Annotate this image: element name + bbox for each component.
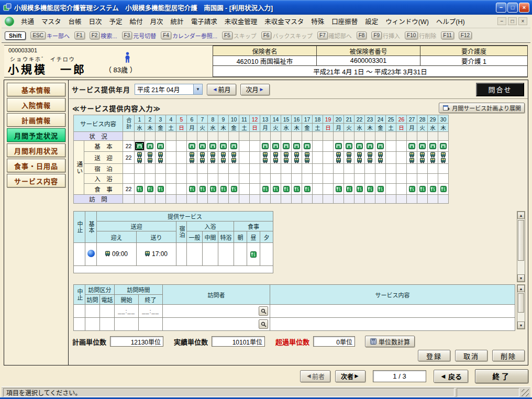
- calendar-day-cell[interactable]: [271, 164, 281, 174]
- calendar-day-cell[interactable]: [197, 164, 208, 174]
- calendar-day-cell[interactable]: [302, 132, 313, 141]
- calendar-day-cell[interactable]: [176, 164, 187, 174]
- calendar-day-cell[interactable]: [156, 141, 166, 152]
- calendar-day-cell[interactable]: [166, 184, 176, 195]
- calendar-day-cell[interactable]: [313, 174, 323, 184]
- calendar-day-cell[interactable]: [302, 152, 313, 164]
- calendar-day-cell[interactable]: [271, 132, 281, 141]
- calendar-day-cell[interactable]: [334, 164, 344, 174]
- cancel-button[interactable]: 取消: [455, 350, 487, 361]
- calendar-day-cell[interactable]: [386, 141, 396, 152]
- calendar-day-cell[interactable]: [323, 195, 334, 204]
- calendar-day-cell[interactable]: [135, 195, 145, 204]
- calendar-day-cell[interactable]: [260, 195, 271, 204]
- calendar-day-cell[interactable]: [313, 152, 323, 164]
- calendar-day-cell[interactable]: [375, 164, 386, 174]
- calendar-day-cell[interactable]: [250, 164, 260, 174]
- calendar-day-cell[interactable]: [334, 141, 344, 152]
- meal-morning-cell[interactable]: [234, 243, 247, 266]
- fkey-f1[interactable]: F1: [74, 31, 85, 39]
- calendar-day-cell[interactable]: [396, 164, 407, 174]
- calendar-day-cell[interactable]: [166, 174, 176, 184]
- calendar-day-cell[interactable]: [239, 164, 250, 174]
- calendar-day-cell[interactable]: [250, 141, 260, 152]
- calendar-day-cell[interactable]: [187, 152, 197, 164]
- menu-item[interactable]: 未収金マスタ: [261, 15, 307, 28]
- calendar-day-cell[interactable]: [145, 184, 156, 195]
- register-button[interactable]: 登録: [418, 350, 450, 361]
- fkey-f4[interactable]: F4カレンダー参照...: [161, 31, 217, 40]
- calendar-day-cell[interactable]: [344, 184, 354, 195]
- calendar-day-cell[interactable]: [386, 174, 396, 184]
- calendar-day-cell[interactable]: [218, 141, 229, 152]
- visit-end-field[interactable]: __:__: [139, 305, 163, 318]
- fkey-f2[interactable]: F2検索...: [90, 31, 117, 40]
- calendar-day-cell[interactable]: [166, 132, 176, 141]
- calendar-day-cell[interactable]: [197, 184, 208, 195]
- calendar-day-cell[interactable]: [187, 164, 197, 174]
- calendar-day-cell[interactable]: [354, 132, 365, 141]
- calendar-day-cell[interactable]: [145, 164, 156, 174]
- prev-month-button[interactable]: ◄ 前月: [207, 84, 236, 95]
- calendar-day-cell[interactable]: [302, 174, 313, 184]
- service-month-select[interactable]: 平成 21年 04月 ▼: [135, 84, 203, 95]
- calendar-day-cell[interactable]: [386, 184, 396, 195]
- calendar-day-cell[interactable]: [396, 184, 407, 195]
- calendar-day-cell[interactable]: [386, 164, 396, 174]
- menu-item[interactable]: 特殊: [307, 15, 328, 28]
- minimize-button[interactable]: −: [496, 3, 506, 13]
- calendar-day-cell[interactable]: [135, 184, 145, 195]
- calendar-day-cell[interactable]: [281, 152, 292, 164]
- mdi-minimize-button[interactable]: −: [497, 17, 506, 25]
- menu-item[interactable]: ヘルプ(H): [433, 15, 469, 28]
- visitor-field[interactable]: [163, 318, 270, 331]
- calendar-day-cell[interactable]: [375, 174, 386, 184]
- menu-item[interactable]: 予定: [106, 15, 126, 28]
- calendar-day-cell[interactable]: [250, 184, 260, 195]
- calendar-day-cell[interactable]: [229, 174, 239, 184]
- menu-item[interactable]: 統計: [167, 15, 187, 28]
- visit-cancel-cell[interactable]: [74, 318, 85, 331]
- visit-flag-cell[interactable]: [85, 305, 100, 318]
- calendar-day-cell[interactable]: [281, 141, 292, 152]
- calendar-day-cell[interactable]: [156, 152, 166, 164]
- calendar-day-cell[interactable]: [428, 174, 438, 184]
- calendar-day-cell[interactable]: [344, 132, 354, 141]
- calendar-day-cell[interactable]: [260, 164, 271, 174]
- calendar-day-cell[interactable]: [197, 174, 208, 184]
- calendar-day-cell[interactable]: [187, 174, 197, 184]
- calendar-day-cell[interactable]: [250, 174, 260, 184]
- calendar-day-cell[interactable]: [375, 132, 386, 141]
- visit-start-field[interactable]: __:__: [115, 305, 139, 318]
- calendar-day-cell[interactable]: [239, 174, 250, 184]
- pickup-cell[interactable]: 09:00: [97, 243, 137, 266]
- calendar-day-cell[interactable]: [145, 195, 156, 204]
- calendar-day-cell[interactable]: [156, 195, 166, 204]
- calc-units-button[interactable]: 単位数計算: [365, 336, 415, 347]
- calendar-day-cell[interactable]: [428, 141, 438, 152]
- calendar-day-cell[interactable]: [292, 132, 302, 141]
- menu-item[interactable]: 共通: [17, 15, 38, 28]
- visit-end-field[interactable]: [139, 318, 163, 331]
- menu-item[interactable]: 未収金管理: [221, 15, 261, 28]
- sidebar-item-基本情報[interactable]: 基本情報: [7, 83, 65, 96]
- calendar-day-cell[interactable]: [208, 174, 218, 184]
- delete-button[interactable]: 削除: [492, 350, 525, 361]
- fkey-f8[interactable]: F8: [357, 31, 367, 39]
- dropdown-arrow-icon[interactable]: ▼: [193, 84, 202, 94]
- calendar-day-cell[interactable]: [417, 164, 428, 174]
- calendar-day-cell[interactable]: [260, 132, 271, 141]
- calendar-day-cell[interactable]: [417, 152, 428, 164]
- calendar-day-cell[interactable]: [417, 141, 428, 152]
- calendar-day-cell[interactable]: [313, 195, 323, 204]
- next-person-button[interactable]: 次者 ►: [335, 370, 365, 382]
- calendar-day-cell[interactable]: [281, 195, 292, 204]
- menu-item[interactable]: 電子請求: [187, 15, 221, 28]
- calendar-day-cell[interactable]: [250, 132, 260, 141]
- scroll-down-icon[interactable]: ▼: [517, 274, 525, 282]
- calendar-day-cell[interactable]: [344, 164, 354, 174]
- calendar-day-cell[interactable]: [354, 141, 365, 152]
- calendar-day-cell[interactable]: [365, 184, 375, 195]
- calendar-day-cell[interactable]: [218, 184, 229, 195]
- visit-flag-cell[interactable]: [85, 318, 100, 331]
